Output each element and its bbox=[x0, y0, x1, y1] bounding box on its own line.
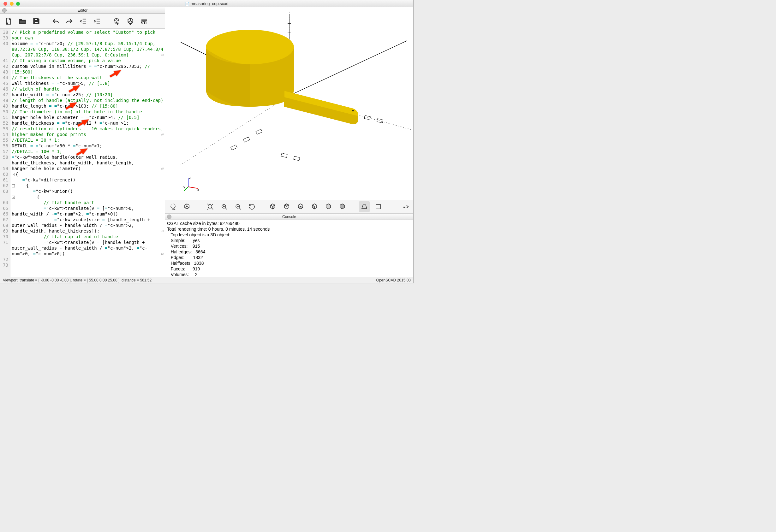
view-bottom-button[interactable] bbox=[295, 201, 306, 212]
minimize-window-icon[interactable] bbox=[10, 2, 14, 6]
svg-line-9 bbox=[289, 41, 407, 95]
model-cup bbox=[206, 30, 358, 124]
overflow-button[interactable] bbox=[400, 201, 411, 212]
unindent-button[interactable] bbox=[77, 15, 90, 27]
view-left-button[interactable] bbox=[309, 201, 320, 212]
axis-indicator: z x y bbox=[183, 176, 199, 192]
titlebar: 📄 measuring_cup.scad bbox=[0, 0, 413, 7]
svg-rect-22 bbox=[364, 115, 371, 120]
close-window-icon[interactable] bbox=[3, 2, 7, 6]
svg-line-29 bbox=[188, 187, 198, 188]
zoom-out-button[interactable] bbox=[233, 201, 243, 212]
console-panel-title: Console bbox=[165, 215, 413, 219]
status-bar: Viewport: translate = [ -0.00 -0.00 -0.0… bbox=[0, 277, 413, 283]
new-file-button[interactable] bbox=[2, 15, 15, 27]
svg-rect-18 bbox=[243, 137, 249, 142]
svg-rect-17 bbox=[231, 145, 237, 150]
line-number-gutter: 38 39 40 41 42 43 44 45 46 47 48 49 50 5… bbox=[0, 29, 10, 277]
svg-point-26 bbox=[352, 110, 354, 111]
editor-panel-header: Editor bbox=[0, 7, 165, 14]
zoom-window-icon[interactable] bbox=[16, 2, 20, 6]
svg-rect-23 bbox=[377, 118, 383, 123]
window-title: measuring_cup.scad bbox=[191, 1, 229, 6]
preview-view-button[interactable] bbox=[168, 201, 178, 212]
orthogonal-button[interactable] bbox=[373, 201, 384, 212]
view-right-button[interactable] bbox=[267, 201, 278, 212]
export-stl-button[interactable]: STL bbox=[138, 15, 151, 27]
svg-point-3 bbox=[114, 18, 119, 23]
preview-button[interactable] bbox=[110, 15, 123, 27]
zoom-in-button[interactable] bbox=[219, 201, 229, 212]
view-back-button[interactable] bbox=[337, 201, 348, 212]
save-file-button[interactable] bbox=[30, 15, 43, 27]
console-output[interactable]: CGAL cache size in bytes: 92766480 Total… bbox=[165, 220, 413, 277]
editor-panel-title: Editor bbox=[0, 8, 165, 13]
undo-button[interactable] bbox=[49, 15, 62, 27]
svg-text:x: x bbox=[197, 188, 199, 192]
svg-rect-21 bbox=[294, 156, 300, 161]
svg-rect-37 bbox=[376, 205, 380, 209]
svg-rect-2 bbox=[35, 21, 38, 24]
open-file-button[interactable] bbox=[16, 15, 29, 27]
viewport-status: Viewport: translate = [ -0.00 -0.00 -0.0… bbox=[3, 278, 152, 282]
render-view-button[interactable] bbox=[182, 201, 192, 212]
view-top-button[interactable] bbox=[281, 201, 292, 212]
view-front-button[interactable] bbox=[323, 201, 334, 212]
3d-viewport[interactable]: z x y bbox=[165, 7, 413, 200]
perspective-button[interactable] bbox=[359, 201, 370, 212]
code-editor[interactable]: 38 39 40 41 42 43 44 45 46 47 48 49 50 5… bbox=[0, 29, 165, 277]
version-label: OpenSCAD 2015.03 bbox=[376, 278, 411, 282]
code-area[interactable]: // Pick a predefined volume or select "C… bbox=[10, 29, 165, 277]
svg-point-0 bbox=[7, 23, 8, 24]
reset-view-button[interactable] bbox=[246, 201, 257, 212]
svg-rect-19 bbox=[256, 129, 262, 134]
render-button[interactable] bbox=[124, 15, 137, 27]
svg-point-33 bbox=[171, 204, 175, 208]
svg-rect-1 bbox=[35, 19, 38, 20]
editor-toolbar: STL bbox=[0, 14, 165, 29]
zoom-all-button[interactable] bbox=[205, 201, 216, 212]
svg-text:z: z bbox=[189, 176, 191, 180]
viewport-toolbar bbox=[165, 200, 413, 214]
rendered-model bbox=[165, 7, 413, 200]
console-panel-header: Console bbox=[165, 214, 413, 220]
redo-button[interactable] bbox=[63, 15, 76, 27]
indent-button[interactable] bbox=[91, 15, 104, 27]
svg-text:y: y bbox=[183, 186, 185, 189]
svg-point-34 bbox=[208, 205, 212, 208]
svg-rect-20 bbox=[281, 153, 287, 158]
